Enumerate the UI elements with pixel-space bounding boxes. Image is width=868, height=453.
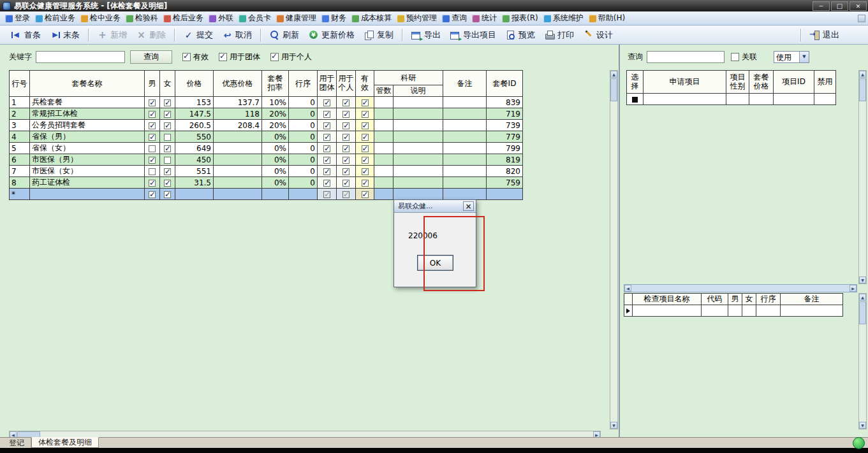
cell-package-id[interactable] xyxy=(487,189,523,200)
cell-for-group[interactable] xyxy=(318,166,337,177)
cell-female[interactable] xyxy=(160,97,175,108)
personal-checkbox[interactable] xyxy=(342,145,349,152)
cell-order[interactable]: 0 xyxy=(289,143,318,154)
toolbar-export-items-button[interactable]: 导出项目 xyxy=(445,27,501,43)
cell-discount-price[interactable] xyxy=(214,143,262,154)
cell-tube-count[interactable] xyxy=(374,143,394,154)
group-checkbox[interactable] xyxy=(323,180,330,187)
male-checkbox[interactable] xyxy=(149,180,156,187)
cell-for-group[interactable] xyxy=(318,97,337,108)
cell-order[interactable]: 0 xyxy=(289,166,318,177)
cell-tube-count[interactable] xyxy=(374,166,394,177)
cell-description[interactable] xyxy=(394,120,443,131)
personal-checkbox[interactable] xyxy=(342,134,349,141)
cell-rate[interactable]: 20% xyxy=(262,120,289,131)
filter-group-checkbox[interactable]: 用于团体 xyxy=(219,52,260,62)
male-checkbox[interactable] xyxy=(149,157,156,164)
cell-discount-price[interactable] xyxy=(214,166,262,177)
toolbar-preview-button[interactable]: 预览 xyxy=(501,27,540,43)
link-checkbox[interactable]: 关联 xyxy=(731,52,757,62)
cell-tube-count[interactable] xyxy=(374,120,394,131)
menu-item-12[interactable]: 统计 xyxy=(469,11,499,25)
cell-female[interactable] xyxy=(160,143,175,154)
valid-checkbox[interactable] xyxy=(362,191,369,198)
cell-female[interactable] xyxy=(160,108,175,120)
cell-remark[interactable] xyxy=(443,166,487,177)
toolbar-export-button[interactable]: 导出 xyxy=(406,27,445,43)
toolbar-add-button[interactable]: 新增 xyxy=(92,27,131,43)
toolbar-design-button[interactable]: 设计 xyxy=(578,27,617,43)
male-checkbox[interactable] xyxy=(149,99,156,106)
cell-package-id[interactable]: 739 xyxy=(487,120,523,131)
scroll-left-icon[interactable] xyxy=(624,285,631,292)
cell-package-id[interactable]: 819 xyxy=(487,154,523,166)
close-button[interactable] xyxy=(850,1,867,11)
toolbar-exit-button[interactable]: 退出 xyxy=(805,27,844,43)
cell-remark[interactable] xyxy=(443,189,487,200)
toolbar-cancel-button[interactable]: 取消 xyxy=(217,27,256,43)
package-row[interactable]: 2常规招工体检147.511820%0719 xyxy=(10,108,523,120)
cell-package-name[interactable]: 市医保（男） xyxy=(30,154,145,166)
menu-item-7[interactable]: 健康管理 xyxy=(274,11,319,25)
cell-for-group[interactable] xyxy=(318,177,337,189)
cell-for-personal[interactable] xyxy=(337,189,356,200)
cell-for-group[interactable] xyxy=(318,108,337,120)
male-checkbox[interactable] xyxy=(149,134,156,141)
female-checkbox[interactable] xyxy=(164,122,171,129)
cell-remark[interactable] xyxy=(443,143,487,154)
cell-description[interactable] xyxy=(394,108,443,120)
toolbar-update-price-button[interactable]: 更新价格 xyxy=(304,27,359,43)
menu-item-15[interactable]: 帮助(H) xyxy=(586,11,628,25)
menu-item-14[interactable]: 系统维护 xyxy=(541,11,586,25)
menu-item-11[interactable]: 查询 xyxy=(439,11,469,25)
valid-checkbox[interactable] xyxy=(362,122,369,129)
cell-description[interactable] xyxy=(394,177,443,189)
female-checkbox[interactable] xyxy=(164,99,171,106)
filter-personal-checkbox[interactable]: 用于个人 xyxy=(270,52,312,62)
cell-description[interactable] xyxy=(394,97,443,108)
cell-description[interactable] xyxy=(394,131,443,143)
cell-description[interactable] xyxy=(394,154,443,166)
cell-for-personal[interactable] xyxy=(337,97,356,108)
valid-checkbox[interactable] xyxy=(362,99,369,106)
cell-discount-price[interactable] xyxy=(214,131,262,143)
package-row[interactable]: * xyxy=(10,189,523,200)
scroll-up-icon[interactable] xyxy=(859,71,866,78)
cell-package-name[interactable]: 兵检套餐 xyxy=(30,97,145,108)
group-checkbox[interactable] xyxy=(323,145,330,152)
group-checkbox[interactable] xyxy=(323,157,330,164)
toolbar-delete-button[interactable]: 删除 xyxy=(131,27,170,43)
cell-discount-price[interactable]: 118 xyxy=(214,108,262,120)
cell-female[interactable] xyxy=(160,166,175,177)
personal-checkbox[interactable] xyxy=(342,168,349,175)
group-checkbox[interactable] xyxy=(323,168,330,175)
package-row[interactable]: 4省保（男）5500%0779 xyxy=(10,131,523,143)
cell-rate[interactable]: 0% xyxy=(262,143,289,154)
cell-male[interactable] xyxy=(145,189,160,200)
cell-for-group[interactable] xyxy=(318,120,337,131)
scroll-down-icon[interactable] xyxy=(859,277,866,284)
cell-description[interactable] xyxy=(394,166,443,177)
cell-order[interactable]: 0 xyxy=(289,120,318,131)
personal-checkbox[interactable] xyxy=(342,191,349,198)
cell-discount-price[interactable] xyxy=(214,189,262,200)
personal-checkbox[interactable] xyxy=(342,180,349,187)
cell-male[interactable] xyxy=(145,154,160,166)
scrollbar-thumb[interactable] xyxy=(859,78,866,101)
cell-male[interactable] xyxy=(145,143,160,154)
cell-valid[interactable] xyxy=(356,143,374,154)
cell-tube-count[interactable] xyxy=(374,189,394,200)
valid-checkbox[interactable] xyxy=(362,157,369,164)
cell-tube-count[interactable] xyxy=(374,154,394,166)
dialog-close-button[interactable] xyxy=(463,201,474,211)
cell-order[interactable]: 0 xyxy=(289,177,318,189)
menu-item-1[interactable]: 检前业务 xyxy=(33,11,78,25)
menu-item-0[interactable]: 登录 xyxy=(3,11,33,25)
cell-price[interactable]: 551 xyxy=(175,166,214,177)
dropdown-arrow-icon[interactable] xyxy=(799,52,809,62)
cell-male[interactable] xyxy=(145,97,160,108)
cell-price[interactable]: 153 xyxy=(175,97,214,108)
menu-item-4[interactable]: 检后业务 xyxy=(161,11,206,25)
cell-tube-count[interactable] xyxy=(374,131,394,143)
cell-order[interactable]: 0 xyxy=(289,131,318,143)
